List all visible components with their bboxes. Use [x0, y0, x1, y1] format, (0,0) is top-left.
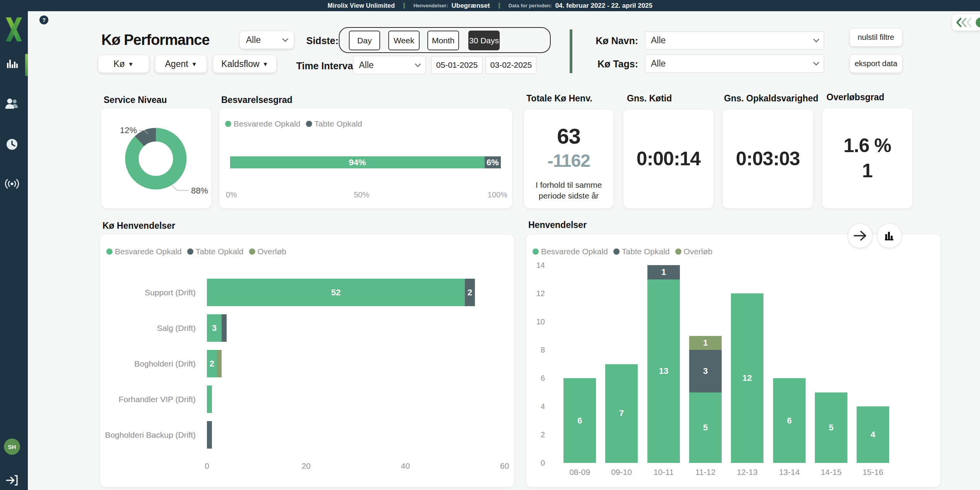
donut-label-tabte: 12%	[120, 125, 137, 135]
app-logo-x	[5, 17, 23, 41]
kpi-varighed-value: 0:03:03	[736, 146, 800, 171]
date-to-input[interactable]: 03-02-2025	[486, 56, 536, 74]
bar-10-11: 131	[647, 265, 680, 463]
legend-item-besvarede-opkald: Besvarede Opkald	[106, 247, 182, 256]
service-niveau-title: Service Niveau	[104, 95, 167, 105]
caret-down-icon: ▼	[263, 61, 268, 67]
bar-segment-besvarede-opkald: 52	[207, 279, 465, 306]
legend-label: Tabte Opkald	[622, 247, 670, 256]
chevron-down-icon	[282, 36, 289, 42]
x-label-12-13: 12-13	[727, 468, 767, 477]
bar-row-bogholderi-backup-drift	[207, 421, 212, 449]
reset-filters-button[interactable]: nulstil filtre	[850, 28, 902, 46]
gns-opkaldsvarighed-card: 0:03:03	[723, 110, 813, 208]
chip-label: Agent	[165, 59, 188, 69]
y-tick-0: 0	[529, 459, 545, 468]
nav-agents-icon[interactable]	[4, 96, 20, 111]
logout-button[interactable]	[4, 473, 20, 488]
legend-label: Besvarede Opkald	[541, 247, 608, 256]
legend-item-besvarede-opkald: Besvarede Opkald	[225, 119, 300, 128]
y-tick-4: 4	[529, 402, 545, 411]
active-nav-indicator	[25, 54, 28, 76]
bar-row-forhandler-vip-drift	[207, 385, 212, 413]
ko-navn-label: Kø Navn:	[580, 35, 638, 46]
ko-tags-value: Alle	[651, 58, 666, 69]
bar-segment-besvarede-opkald: 6	[563, 378, 596, 463]
x-label-08-09: 08-09	[560, 468, 600, 477]
category-label-bogholderi-drift: Bogholderi (Drift)	[100, 350, 201, 377]
period-button-week[interactable]: Week	[388, 31, 420, 50]
category-label-bogholderi-backup-drift: Bogholderi Backup (Drift)	[100, 421, 201, 449]
donut-slice-88	[132, 135, 180, 183]
axis-tick: 0%	[226, 190, 237, 199]
overlobsgrad-title: Overløbsgrad	[826, 92, 884, 103]
legend-dot	[533, 248, 539, 255]
bar-segment-tabte-opkald	[222, 314, 227, 342]
bar-14-15: 5	[815, 392, 847, 463]
caret-down-icon: ▼	[191, 61, 197, 67]
nav-statistics-icon[interactable]	[4, 57, 20, 72]
export-data-button[interactable]: eksport data	[850, 55, 902, 73]
category-label-salg-drift: Salg (Drift)	[100, 314, 201, 342]
bar-row-salg-drift: 3	[207, 314, 227, 342]
x-tick-60: 60	[489, 461, 520, 471]
henvendelser-card: Besvarede OpkaldTabte OpkaldOverløb 0246…	[526, 235, 940, 487]
bar-segment-besvarede-opkald: 7	[605, 364, 638, 463]
legend-item-tabte-opkald: Tabte Opkald	[306, 119, 362, 128]
bar-row-bogholderi-drift: 2	[207, 350, 222, 377]
ko-navn-dropdown[interactable]: Alle	[645, 31, 824, 50]
period-label: Data for perioden:	[509, 3, 552, 9]
next-chart-button[interactable]	[848, 223, 872, 248]
filter-chip-kaldsflow[interactable]: Kaldsflow▼	[213, 55, 277, 73]
bar-segment-tabte-opkald: 1	[647, 265, 680, 279]
bar-segment-tabte-opkald: 2	[465, 279, 475, 306]
bar-13-14: 6	[773, 378, 806, 463]
bar-segment-besvarede-opkald: 94%	[230, 156, 485, 168]
filter-chip-agent[interactable]: Agent▼	[155, 55, 207, 73]
kpi-total-delta: -1162	[547, 150, 590, 171]
legend-item-tabte-opkald: Tabte Opkald	[187, 247, 244, 256]
y-tick-14: 14	[529, 261, 545, 270]
clock-icon	[6, 138, 18, 151]
legend-label: Tabte Opkald	[314, 119, 362, 128]
x-tick-0: 0	[191, 461, 222, 471]
ko-henvendelser-title: Kø Henvendelser	[102, 221, 175, 231]
bar-segment-besvarede-opkald: 12	[731, 293, 763, 463]
bar-row-support-drift: 522	[207, 279, 475, 306]
gns-kotid-card: 0:00:14	[623, 110, 714, 208]
legend-dot	[187, 248, 193, 255]
bar-segment-tabte-opkald: 3	[689, 350, 722, 392]
period-button-month[interactable]: Month	[427, 31, 459, 50]
service-niveau-donut: 12%88%	[101, 108, 211, 208]
ko-tags-label: Kø Tags:	[580, 58, 638, 70]
help-button[interactable]: ?	[39, 15, 48, 24]
period-button-30-days[interactable]: 30 Days	[468, 31, 500, 50]
bar-15-16: 4	[857, 406, 889, 463]
nav-live-icon[interactable]	[4, 176, 20, 192]
chip-label: Kaldsflow	[221, 59, 259, 69]
time-interval-dropdown[interactable]: Alle	[353, 56, 426, 74]
legend-item-overl-b: Overløb	[675, 247, 713, 256]
bar-segment-tabte-opkald: 6%	[485, 156, 501, 168]
queue-filter-dropdown[interactable]: Alle	[239, 31, 294, 49]
brand-name: Mirolix View Unlimited	[328, 2, 395, 9]
filter-chip-k[interactable]: Kø▼	[98, 55, 149, 73]
x-label-09-10: 09-10	[601, 468, 642, 477]
bar-segment-tabte-opkald	[207, 421, 212, 449]
ko-tags-dropdown[interactable]: Alle	[645, 55, 824, 73]
arrow-right-icon	[854, 230, 867, 241]
collapse-panel-button[interactable]	[952, 14, 980, 31]
kpi-overlob-secondary: 1	[862, 158, 872, 183]
top-status-bar: Mirolix View Unlimited Henvendelser: Ube…	[0, 0, 980, 11]
chart-type-button[interactable]	[877, 223, 902, 248]
bar-12-13: 12	[731, 293, 763, 463]
user-avatar[interactable]: SH	[4, 439, 20, 455]
date-from-input[interactable]: 05-01-2025	[431, 56, 483, 74]
legend-dot	[613, 248, 620, 255]
x-label-13-14: 13-14	[769, 468, 809, 477]
y-tick-10: 10	[529, 317, 545, 326]
nav-time-icon[interactable]	[4, 137, 20, 152]
legend-dot	[249, 248, 255, 255]
page-title: Kø Performance	[101, 32, 210, 48]
period-button-day[interactable]: Day	[349, 31, 380, 50]
